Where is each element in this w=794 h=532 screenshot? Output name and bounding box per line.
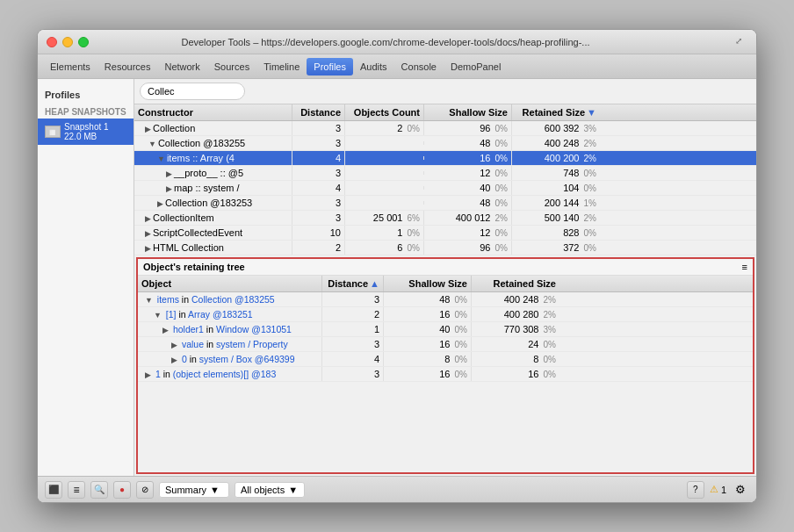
nav-audits[interactable]: Audits — [353, 58, 394, 75]
table-row[interactable]: ▶__proto__ :: @5 3 12 0% 748 0% — [134, 166, 756, 181]
retaining-tree-menu[interactable]: ≡ — [742, 262, 747, 272]
row-shallow: 96 0% — [424, 121, 512, 135]
expand-icon[interactable]: ▼ — [148, 140, 156, 148]
row-constructor: ▶Collection @183253 — [134, 196, 292, 210]
summary-dropdown[interactable]: Summary ▼ — [159, 482, 229, 498]
row-constructor: ▶__proto__ :: @5 — [134, 166, 292, 180]
help-button[interactable]: ? — [687, 481, 704, 499]
expand-icon[interactable]: ▶ — [166, 184, 172, 193]
summary-arrow: ▼ — [210, 485, 220, 495]
sidebar: Profiles HEAP SNAPSHOTS ▦ Snapshot 1 22.… — [38, 79, 134, 476]
row-distance: 4 — [292, 151, 345, 165]
header-retained[interactable]: Retained Size ▼ — [512, 104, 600, 120]
search-input[interactable] — [140, 83, 245, 100]
dock-button[interactable]: ⬛ — [45, 481, 62, 499]
expand-icon[interactable]: ▶ — [145, 214, 151, 223]
table-row[interactable]: ▶CollectionItem 3 25 001 6% 400 012 2% 5… — [134, 211, 756, 226]
row-shallow: 96 0% — [424, 241, 512, 255]
nav-console[interactable]: Console — [394, 58, 444, 75]
expand-icon[interactable]: ▼ — [157, 155, 165, 163]
clear-button[interactable]: ⊘ — [136, 481, 154, 499]
row-objects — [345, 171, 424, 175]
warning-count: 1 — [721, 485, 726, 495]
snapshot-label: Snapshot 1 — [64, 122, 109, 132]
expand-icon[interactable]: ▶ — [157, 199, 163, 208]
retaining-tree-header: Object's retaining tree ≡ — [138, 259, 753, 276]
dock-icon: ⬛ — [48, 485, 59, 494]
ret-row[interactable]: ▼ [1] in Array @183251 2 16 0% 400 280 2… — [138, 307, 753, 322]
row-distance: 2 — [292, 241, 345, 255]
help-label: ? — [693, 485, 698, 494]
ret-cell-object: ▶ 1 in (object elements)[] @183 — [138, 367, 322, 381]
expand-icon[interactable]: ▶ — [166, 169, 172, 178]
ret-row[interactable]: ▶ holder1 in Window @131051 1 40 0% 770 … — [138, 322, 753, 337]
allobjects-dropdown[interactable]: All objects ▼ — [235, 482, 305, 498]
snapshot-icon: ▦ — [45, 126, 61, 138]
row-shallow: 12 0% — [424, 226, 512, 240]
row-retained: 828 0% — [512, 226, 600, 240]
row-objects: 25 001 6% — [345, 211, 424, 225]
expand-icon[interactable]: ▶ — [145, 125, 151, 133]
expand-icon[interactable]: ⤢ — [735, 36, 747, 48]
settings-button[interactable]: ⚙ — [732, 481, 749, 499]
row-objects: 2 0% — [345, 121, 424, 135]
ret-row[interactable]: ▶ 1 in (object elements)[] @183 3 16 0% … — [138, 367, 753, 382]
stack-icon: ≡ — [73, 484, 79, 496]
status-bar: ⬛ ≡ 🔍 ● ⊘ Summary ▼ All objects ▼ ? ⚠ 1 — [38, 476, 756, 502]
search-button[interactable]: 🔍 — [90, 481, 108, 499]
table-row[interactable]: ▼Collection @183255 3 48 0% 400 248 2% — [134, 136, 756, 151]
snapshot-table: Constructor Distance Objects Count Shall… — [134, 104, 756, 255]
row-objects — [345, 186, 424, 190]
ret-row[interactable]: ▶ 0 in system / Box @649399 4 8 0% 8 0% — [138, 352, 753, 367]
row-objects — [345, 156, 424, 160]
search-icon: 🔍 — [94, 485, 105, 494]
row-constructor: ▶ScriptCollectedEvent — [134, 226, 292, 240]
row-constructor: ▼items :: Array (4 — [134, 151, 292, 165]
nav-resources[interactable]: Resources — [97, 58, 158, 75]
ret-cell-object: ▶ 0 in system / Box @649399 — [138, 352, 322, 366]
devtools-window: Developer Tools – https://developers.goo… — [37, 29, 757, 503]
row-shallow: 12 0% — [424, 166, 512, 180]
nav-elements[interactable]: Elements — [43, 58, 97, 75]
row-retained: 748 0% — [512, 166, 600, 180]
retaining-tree-section: Object's retaining tree ≡ Object Distanc… — [136, 257, 754, 474]
nav-network[interactable]: Network — [157, 58, 206, 75]
title-bar: Developer Tools – https://developers.goo… — [38, 30, 756, 54]
table-row[interactable]: ▶HTML Collection 2 6 0% 96 0% 372 0% — [134, 241, 756, 255]
table-row-items-array[interactable]: ▼items :: Array (4 4 16 0% 400 200 2% — [134, 151, 756, 166]
row-objects: 6 0% — [345, 241, 424, 255]
row-retained: 104 0% — [512, 181, 600, 195]
expand-icon[interactable]: ▶ — [145, 244, 151, 253]
header-shallow[interactable]: Shallow Size — [424, 104, 512, 120]
allobjects-arrow: ▼ — [288, 485, 298, 495]
table-row[interactable]: ▶Collection 3 2 0% 96 0% 600 392 3% — [134, 121, 756, 136]
table-row[interactable]: ▶map :: system / 4 40 0% 104 0% — [134, 181, 756, 196]
table-row[interactable]: ▶Collection @183253 3 48 0% 200 144 1% — [134, 196, 756, 211]
table-row[interactable]: ▶ScriptCollectedEvent 10 1 0% 12 0% 828 … — [134, 226, 756, 241]
row-constructor: ▶Collection — [134, 121, 292, 135]
ret-row[interactable]: ▼ items in Collection @183255 3 48 0% 40… — [138, 292, 753, 307]
expand-icon[interactable]: ▶ — [145, 229, 151, 238]
gear-icon: ⚙ — [735, 483, 746, 496]
warning-icon: ⚠ — [710, 484, 718, 495]
header-objects[interactable]: Objects Count — [345, 104, 424, 120]
record-button[interactable]: ● — [113, 481, 131, 499]
ret-cell-object: ▶ holder1 in Window @131051 — [138, 322, 322, 336]
nav-demopanel[interactable]: DemoPanel — [444, 58, 508, 75]
header-distance[interactable]: Distance — [292, 104, 345, 120]
stack-button[interactable]: ≡ — [68, 481, 85, 499]
row-objects — [345, 141, 424, 145]
ret-header-distance[interactable]: Distance ▲ — [322, 276, 384, 291]
row-retained: 400 248 2% — [512, 136, 600, 150]
row-distance: 4 — [292, 181, 345, 195]
nav-profiles[interactable]: Profiles — [307, 58, 353, 75]
sidebar-item-snapshot1[interactable]: ▦ Snapshot 1 22.0 MB — [38, 119, 134, 145]
ret-row[interactable]: ▶ value in system / Property 3 16 0% 24 … — [138, 337, 753, 352]
sidebar-title: Profiles — [38, 86, 134, 104]
nav-sources[interactable]: Sources — [207, 58, 256, 75]
table-header: Constructor Distance Objects Count Shall… — [134, 104, 756, 121]
warning-badge: ⚠ 1 — [710, 484, 726, 495]
ret-header-shallow: Shallow Size — [384, 276, 472, 291]
nav-timeline[interactable]: Timeline — [256, 58, 307, 75]
row-retained: 200 144 1% — [512, 196, 600, 210]
